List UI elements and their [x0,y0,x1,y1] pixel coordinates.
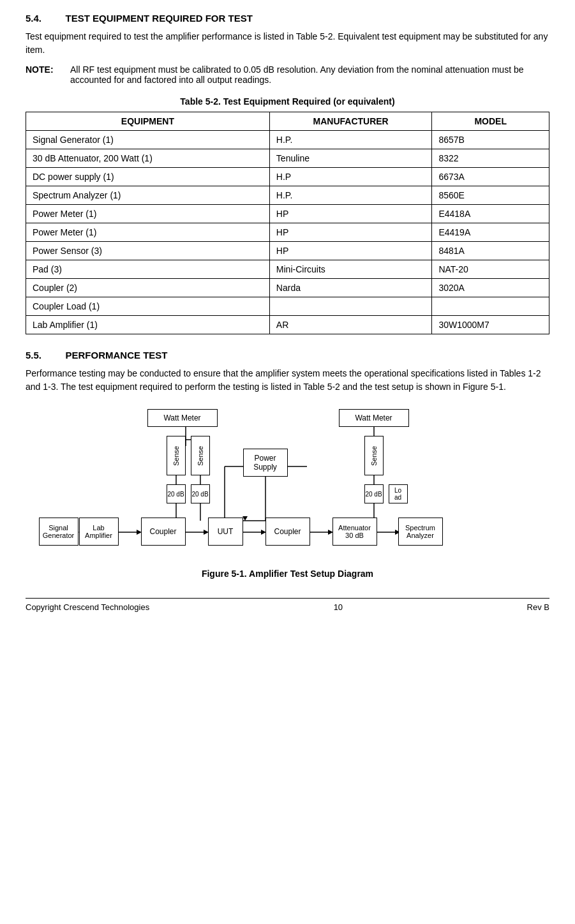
attenuator-box: Attenuator 30 dB [332,518,377,546]
table-row: Power Meter (1)HPE4418A [26,205,549,223]
watt-meter-1: Watt Meter [147,409,218,427]
table-row: DC power supply (1)H.P6673A [26,168,549,186]
note-text: All RF test equipment must be calibrated… [70,64,549,85]
table-cell: Narda [269,279,432,297]
table-cell: Pad (3) [26,260,270,279]
table-cell: Coupler Load (1) [26,297,270,316]
table-cell: Power Meter (1) [26,223,270,242]
footer-center: 10 [334,602,343,612]
table-cell: Spectrum Analyzer (1) [26,186,270,205]
diagram-container: Watt Meter Watt Meter Sense Sense Sense … [26,409,549,579]
note-label: NOTE: [26,64,70,85]
col-manufacturer: MANUFACTURER [269,112,432,131]
table-cell [269,297,432,316]
table-row: 30 dB Attenuator, 200 Watt (1)Tenuline83… [26,149,549,168]
col-model: MODEL [432,112,549,131]
table-cell: 8481A [432,242,549,260]
table-cell: Power Sensor (3) [26,242,270,260]
section-55-para1: Performance testing may be conducted to … [26,367,549,394]
power-supply-box: Power Supply [243,449,288,477]
section-54-heading: 5.4. TEST EQUIPMENT REQUIRED FOR TEST [26,13,549,24]
table-cell: 30W1000M7 [432,316,549,334]
diagram: Watt Meter Watt Meter Sense Sense Sense … [39,409,537,562]
table-cell: E4419A [432,223,549,242]
table-cell: HP [269,205,432,223]
table-cell: Power Meter (1) [26,205,270,223]
table-cell: 6673A [432,168,549,186]
table-cell: Lab Amplifier (1) [26,316,270,334]
svg-marker-25 [243,516,248,521]
table-cell: 30 dB Attenuator, 200 Watt (1) [26,149,270,168]
table-cell: Signal Generator (1) [26,131,270,149]
table-row: Spectrum Analyzer (1)H.P.8560E [26,186,549,205]
sense-box-3: Sense [364,436,384,475]
table-cell: E4418A [432,205,549,223]
table-cell: Mini-Circuits [269,260,432,279]
col-equipment: EQUIPMENT [26,112,270,131]
table-row: Signal Generator (1)H.P.8657B [26,131,549,149]
coupler-1-box: Coupler [141,518,186,546]
table-row: Pad (3)Mini-CircuitsNAT-20 [26,260,549,279]
table-cell: 8657B [432,131,549,149]
table-cell: AR [269,316,432,334]
section-54: 5.4. TEST EQUIPMENT REQUIRED FOR TEST Te… [26,13,549,85]
table-row: Power Meter (1)HPE4419A [26,223,549,242]
table-title: Table 5-2. Test Equipment Required (or e… [26,96,549,107]
equipment-table-section: Table 5-2. Test Equipment Required (or e… [26,96,549,334]
table-row: Lab Amplifier (1)AR30W1000M7 [26,316,549,334]
table-cell: H.P. [269,186,432,205]
section-55: 5.5. PERFORMANCE TEST Performance testin… [26,350,549,394]
uut-box: UUT [208,518,243,546]
diagram-caption: Figure 5-1. Amplifier Test Setup Diagram [202,569,373,579]
section-55-heading: 5.5. PERFORMANCE TEST [26,350,549,361]
table-row: Coupler (2)Narda3020A [26,279,549,297]
note-block: NOTE: All RF test equipment must be cali… [26,64,549,85]
table-cell: Tenuline [269,149,432,168]
lab-amplifier-box: Lab Amplifier [79,518,119,546]
table-cell [432,297,549,316]
table-header-row: EQUIPMENT MANUFACTURER MODEL [26,112,549,131]
table-cell: DC power supply (1) [26,168,270,186]
table-row: Power Sensor (3)HP8481A [26,242,549,260]
sense-box-1: Sense [167,436,186,475]
table-cell: 3020A [432,279,549,297]
table-cell: Coupler (2) [26,279,270,297]
table-cell: 8322 [432,149,549,168]
table-cell: H.P [269,168,432,186]
table-cell: 8560E [432,186,549,205]
table-cell: H.P. [269,131,432,149]
table-cell: HP [269,242,432,260]
equipment-table: EQUIPMENT MANUFACTURER MODEL Signal Gene… [26,112,549,334]
coupler-2-box: Coupler [265,518,310,546]
footer-left: Copyright Crescend Technologies [26,602,149,612]
table-cell: HP [269,223,432,242]
sense-box-2: Sense [191,436,210,475]
watt-meter-2: Watt Meter [339,409,409,427]
footer-right: Rev B [527,602,549,612]
footer: Copyright Crescend Technologies 10 Rev B [26,598,549,612]
table-cell: NAT-20 [432,260,549,279]
db-box-2: 20 dB [191,484,210,503]
load-box: Lo ad [389,484,408,503]
db-box-3: 20 dB [364,484,384,503]
db-box-1: 20 dB [167,484,186,503]
spectrum-analyzer-box: Spectrum Analyzer [398,518,443,546]
signal-generator-box: Signal Generator [39,518,78,546]
table-row: Coupler Load (1) [26,297,549,316]
section-54-para1: Test equipment required to test the ampl… [26,30,549,57]
